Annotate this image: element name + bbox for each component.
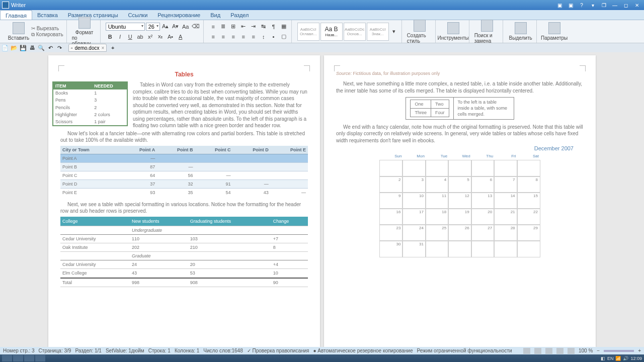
create-style-button[interactable]: Создать стиль [407, 20, 432, 44]
table-row: Point C6456— [60, 171, 308, 180]
more-icon[interactable]: ▾ [588, 2, 598, 9]
cut-button[interactable]: ✂ Вырезать [31, 26, 63, 31]
status-page[interactable]: Страница: 3/9 [39, 348, 71, 353]
redo-icon[interactable]: ↷ [56, 45, 62, 51]
table-row: Pens3 [53, 97, 127, 104]
superscript-icon[interactable]: x² [146, 32, 155, 41]
open-icon[interactable]: 📂 [11, 45, 17, 51]
numbering-icon[interactable]: ≣ [219, 22, 228, 31]
view4-icon[interactable] [556, 348, 564, 354]
view2-icon[interactable] [534, 348, 541, 354]
tab-home[interactable]: Главная [0, 10, 32, 20]
multilevel-icon[interactable]: ⊞ [229, 22, 238, 31]
minimize-icon[interactable]: — [610, 2, 620, 9]
table-row: Point E93355443— [60, 189, 308, 197]
tab-view[interactable]: Вид [205, 10, 225, 20]
doc-icon: ▫ [71, 45, 73, 51]
sound-icon[interactable]: 🔊 [623, 356, 628, 361]
ext1-icon[interactable]: ▣ [554, 2, 565, 9]
border-icon[interactable]: ▢ [279, 32, 288, 41]
maximize-icon[interactable]: ◻ [621, 2, 631, 9]
paste-button[interactable]: Вставить [6, 22, 31, 41]
decrease-indent-icon[interactable]: ⇤ [239, 22, 248, 31]
status-words[interactable]: Число слов:1648 [203, 348, 243, 353]
underline-icon[interactable]: U [126, 32, 135, 41]
params-button[interactable]: Параметры [542, 22, 567, 41]
show-marks-icon[interactable]: ¶ [269, 22, 278, 31]
lang-indicator[interactable]: EN [607, 356, 614, 361]
restore-icon[interactable]: ❐ [599, 2, 609, 9]
zoom-out-icon[interactable]: − [597, 348, 600, 353]
line-spacing-icon[interactable]: ↕ [259, 32, 268, 41]
font-color-icon[interactable]: A [176, 32, 185, 41]
new-tab-icon[interactable]: + [110, 45, 116, 51]
taskbar: ◧ EN 📶 🔊 12:09 [0, 354, 644, 362]
tab-review[interactable]: Рецензирование [152, 10, 205, 20]
status-section[interactable]: Раздел: 1/1 [75, 348, 102, 353]
font-size-combo[interactable]: 26 [146, 23, 160, 31]
zoom-level[interactable]: 100 % [579, 348, 593, 353]
taskbar-app2[interactable] [24, 355, 34, 361]
tools-button[interactable]: Инструменты [441, 22, 466, 41]
change-case-icon[interactable]: Aa [181, 22, 190, 31]
status-spell[interactable]: ✓ Проверка правописания [247, 348, 309, 353]
select-button[interactable]: Выделить [508, 22, 533, 41]
tab-insert[interactable]: Вставка [32, 10, 63, 20]
justify-icon[interactable]: ≡ [239, 32, 248, 41]
font-name-combo[interactable]: Ubuntu [106, 23, 145, 31]
undo-icon[interactable]: ↶ [47, 45, 53, 51]
ext2-icon[interactable]: ▣ [566, 2, 576, 9]
style-3[interactable]: AaBbCcDcОснов... [344, 23, 366, 41]
zoom-in-icon[interactable]: + [638, 348, 641, 353]
clock[interactable]: 12:09 [630, 356, 642, 361]
help-icon[interactable]: ? [577, 2, 587, 9]
doc-tab[interactable]: ▫ demo.docx × [68, 44, 107, 52]
zoom-slider[interactable] [604, 350, 634, 352]
styles-more-icon[interactable]: ▾ [389, 27, 398, 36]
view5-icon[interactable] [568, 348, 575, 354]
tabs-icon[interactable]: ↹ [259, 22, 268, 31]
tray-icon[interactable]: ◧ [601, 356, 605, 361]
close-icon[interactable]: ✕ [632, 2, 642, 9]
shrink-font-icon[interactable]: A▾ [171, 22, 180, 31]
table-row: Cedar University110103+7 [60, 234, 308, 243]
grow-font-icon[interactable]: A▴ [161, 22, 170, 31]
close-doc-icon[interactable]: × [101, 45, 104, 51]
increase-indent-icon[interactable]: ⇥ [249, 22, 258, 31]
align-center-icon[interactable]: ≡ [219, 32, 228, 41]
network-icon[interactable]: 📶 [615, 356, 621, 361]
align-left-icon[interactable]: ≡ [209, 32, 218, 41]
status-autosave[interactable]: ● Автоматическое резервное копирование [313, 348, 413, 353]
align-right-icon[interactable]: ≡ [229, 32, 238, 41]
view1-icon[interactable] [523, 348, 530, 354]
preview-icon[interactable]: 🔍 [38, 45, 44, 51]
style-1[interactable]: AaBbCcIОглавл... [297, 23, 319, 41]
distribute-icon[interactable]: ≡ [249, 32, 258, 41]
start-button[interactable] [2, 355, 12, 361]
style-4[interactable]: AaBbCcIЗнак... [367, 23, 389, 41]
bullets-icon[interactable]: ≡ [209, 22, 218, 31]
shading-icon[interactable]: ▪ [269, 32, 278, 41]
tab-links[interactable]: Ссылки [123, 10, 153, 20]
format-brush-button[interactable]: Форматпо образцу [72, 17, 97, 46]
find-replace-button[interactable]: Поиск и замена [474, 20, 500, 44]
titlebar: Writer ▣ ▣ ? ▾ ❐ — ◻ ✕ [0, 0, 644, 10]
taskbar-app3[interactable] [35, 355, 45, 361]
strike-icon[interactable]: ab [136, 32, 145, 41]
taskbar-app1[interactable] [13, 355, 23, 361]
status-line[interactable]: Номер стр.: 3 [3, 348, 35, 353]
highlight-color-icon[interactable]: A▪ [166, 32, 175, 41]
style-2[interactable]: Aa ВНазв... [320, 23, 343, 41]
subscript-icon[interactable]: x₂ [156, 32, 165, 41]
italic-icon[interactable]: I [116, 32, 125, 41]
print-icon[interactable]: 🖶 [29, 45, 35, 51]
new-icon[interactable]: 📄 [2, 45, 8, 51]
borders-icon[interactable]: ▦ [279, 22, 288, 31]
workspace[interactable]: Tables ITEMNEEDED Books1 Pens3 Pencils2 … [0, 52, 644, 347]
copy-button[interactable]: ⧉ Копировать [31, 32, 63, 38]
save-icon[interactable]: 💾 [20, 45, 26, 51]
tab-section[interactable]: Раздел [225, 10, 254, 20]
clear-format-icon[interactable]: ⌫ [191, 22, 200, 31]
view3-icon[interactable] [545, 348, 552, 354]
bold-icon[interactable]: B [106, 32, 115, 41]
